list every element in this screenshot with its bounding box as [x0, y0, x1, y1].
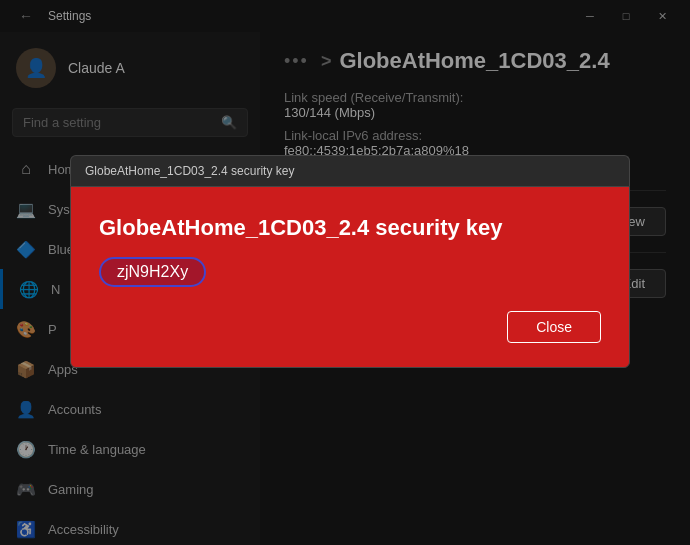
dialog-titlebar: GlobeAtHome_1CD03_2.4 security key — [70, 155, 630, 186]
dialog-body: GlobeAtHome_1CD03_2.4 security key zjN9H… — [70, 186, 630, 368]
dialog-close-row: Close — [99, 311, 601, 343]
security-key-dialog: GlobeAtHome_1CD03_2.4 security key Globe… — [70, 155, 630, 368]
dialog-title: GlobeAtHome_1CD03_2.4 security key — [99, 215, 601, 241]
dialog-security-key: zjN9H2Xy — [99, 257, 206, 287]
dialog-close-button[interactable]: Close — [507, 311, 601, 343]
